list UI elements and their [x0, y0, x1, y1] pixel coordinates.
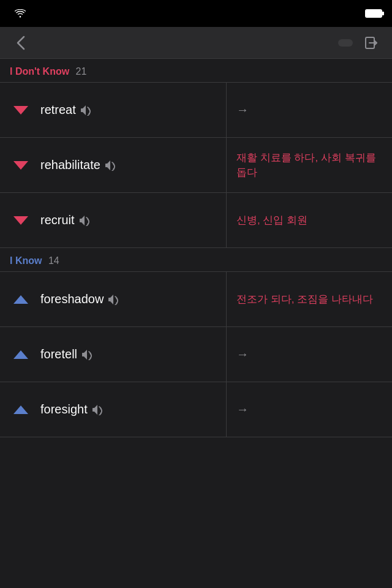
- word-left-foresight[interactable]: foresight: [0, 382, 227, 437]
- nav-actions: [338, 29, 385, 56]
- word-row-recruit: recruit 신병, 신입 회원: [0, 193, 392, 248]
- speaker-icon[interactable]: [81, 105, 94, 116]
- chevron-up-icon: [13, 405, 28, 414]
- speaker-icon[interactable]: [82, 349, 96, 360]
- word-left-recruit[interactable]: recruit: [0, 193, 227, 247]
- word-meaning-recruit: 신병, 신입 회원: [236, 213, 307, 228]
- section-count-know: 14: [48, 255, 59, 266]
- battery-fill: [366, 10, 381, 17]
- section-label-dont-know: I Don't Know: [10, 66, 69, 77]
- word-row-foresight: foresight →: [0, 382, 392, 437]
- word-text-foretell: foretell: [40, 347, 77, 361]
- word-text-foreshadow: foreshadow: [40, 292, 104, 306]
- back-button[interactable]: [7, 29, 34, 56]
- speaker-icon[interactable]: [92, 404, 106, 415]
- word-right-foresight: →: [227, 382, 392, 437]
- section-label-know: I Know: [10, 255, 42, 266]
- chevron-down-icon: [13, 106, 28, 115]
- word-text-recruit: recruit: [40, 213, 75, 227]
- word-text-retreat: retreat: [40, 103, 76, 117]
- export-button[interactable]: [358, 29, 385, 56]
- word-left-foreshadow[interactable]: foreshadow: [0, 272, 227, 326]
- battery-icon: [365, 9, 382, 18]
- back-chevron-icon: [17, 36, 25, 50]
- word-row-retreat: retreat →: [0, 83, 392, 138]
- nav-bar: [0, 27, 392, 59]
- word-right-retreat: →: [227, 83, 392, 137]
- word-row-foreshadow: foreshadow 전조가 되다, 조짐을 나타내다: [0, 272, 392, 327]
- word-button[interactable]: [338, 39, 353, 47]
- word-right-foretell: →: [227, 327, 392, 382]
- word-text-rehabilitate: rehabilitate: [40, 158, 100, 172]
- word-left-retreat[interactable]: retreat: [0, 83, 227, 137]
- chevron-down-icon: [13, 216, 28, 225]
- section-header-know: I Know 14: [0, 248, 392, 272]
- word-text-foresight: foresight: [40, 402, 88, 417]
- word-meaning-foreshadow: 전조가 되다, 조짐을 나타내다: [236, 292, 373, 307]
- wifi-icon: [15, 9, 26, 18]
- speaker-icon[interactable]: [108, 294, 122, 305]
- word-row-foretell: foretell →: [0, 327, 392, 382]
- word-right-foreshadow: 전조가 되다, 조짐을 나타내다: [227, 272, 392, 326]
- word-right-rehabilitate: 재활 치료를 하다, 사회 복귀를 돕다: [227, 138, 392, 192]
- chevron-down-icon: [13, 161, 28, 170]
- word-left-foretell[interactable]: foretell: [0, 327, 227, 382]
- arrow-right-icon: →: [236, 402, 249, 417]
- word-chevron-foretell[interactable]: [10, 344, 32, 366]
- word-chevron-foresight[interactable]: [10, 399, 32, 421]
- status-bar: [0, 0, 392, 27]
- word-meaning-rehabilitate: 재활 치료를 하다, 사회 복귀를 돕다: [236, 151, 382, 180]
- speaker-icon[interactable]: [80, 215, 93, 226]
- word-left-rehabilitate[interactable]: rehabilitate: [0, 138, 227, 192]
- word-chevron-foreshadow[interactable]: [10, 288, 32, 311]
- word-right-recruit: 신병, 신입 회원: [227, 193, 392, 247]
- status-right: [284, 9, 382, 18]
- word-row-rehabilitate: rehabilitate 재활 치료를 하다, 사회 복귀를 돕다: [0, 138, 392, 193]
- content-area: I Don't Know 21 retreat → rehabilitate: [0, 59, 392, 437]
- arrow-right-icon: →: [236, 103, 249, 117]
- section-count-dont-know: 21: [76, 66, 87, 77]
- export-icon: [364, 36, 379, 50]
- speaker-icon[interactable]: [105, 160, 119, 171]
- chevron-up-icon: [13, 350, 28, 359]
- word-chevron-rehabilitate[interactable]: [10, 154, 32, 176]
- word-chevron-retreat[interactable]: [10, 99, 32, 121]
- status-left: [10, 9, 108, 18]
- section-header-dont-know: I Don't Know 21: [0, 59, 392, 83]
- arrow-right-icon: →: [236, 347, 249, 361]
- chevron-up-icon: [13, 295, 28, 304]
- word-chevron-recruit[interactable]: [10, 209, 32, 232]
